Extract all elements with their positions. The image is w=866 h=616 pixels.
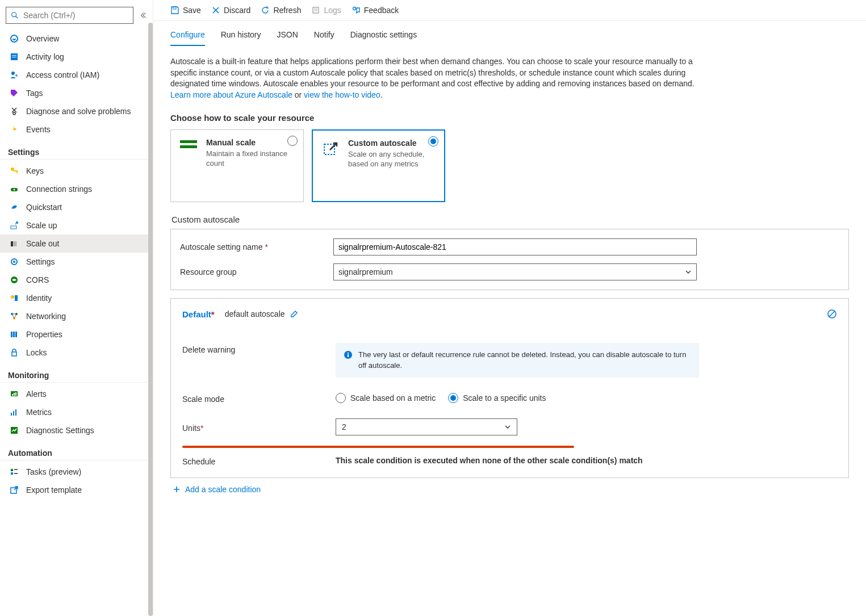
default-badge: Default* [182, 309, 215, 319]
sidebar-item-label: Settings [26, 257, 55, 266]
svg-rect-46 [180, 140, 197, 143]
svg-rect-36 [15, 409, 16, 416]
sidebar-item-overview[interactable]: Overview [0, 30, 153, 48]
svg-rect-31 [12, 394, 13, 396]
main-content: Save Discard Refresh Logs Feedback Confi… [153, 0, 866, 616]
autoscale-name-label: Autoscale setting name * [180, 242, 322, 252]
autoscale-name-input[interactable] [333, 238, 697, 255]
sidebar-item-label: Locks [26, 348, 47, 357]
radio-scale-metric[interactable]: Scale based on a metric [336, 393, 436, 403]
svg-point-0 [12, 12, 16, 17]
sidebar-item-scaleout[interactable]: Scale out [0, 234, 153, 253]
sidebar-item-label: Export template [26, 485, 82, 495]
sidebar-item-label: Access control (IAM) [26, 70, 99, 79]
svg-rect-40 [14, 469, 18, 470]
howto-video-link[interactable]: view the how-to video [304, 90, 380, 99]
sidebar-item-alerts[interactable]: Alerts [0, 385, 153, 403]
svg-rect-11 [16, 171, 18, 173]
tab-run-history[interactable]: Run history [221, 27, 261, 46]
scrollbar[interactable] [148, 23, 153, 616]
save-button[interactable]: Save [170, 6, 201, 15]
refresh-button[interactable]: Refresh [261, 6, 301, 15]
monitoring-header: Monitoring [0, 362, 153, 383]
schedule-text: This scale condition is executed when no… [336, 456, 643, 465]
sidebar-item-export[interactable]: Export template [0, 481, 153, 499]
search-input[interactable] [23, 11, 129, 20]
scaleup-icon [9, 220, 19, 231]
search-box[interactable] [6, 7, 133, 24]
keys-icon [9, 166, 19, 176]
collapse-icon[interactable] [139, 11, 147, 19]
quickstart-icon [9, 202, 19, 212]
svg-point-45 [353, 7, 355, 10]
radio-manual[interactable] [287, 136, 298, 146]
tab-diagnostic[interactable]: Diagnostic settings [350, 27, 417, 46]
feedback-button[interactable]: Feedback [352, 6, 399, 15]
events-icon [9, 124, 19, 135]
sidebar-item-events[interactable]: Events [0, 120, 153, 139]
discard-button[interactable]: Discard [211, 6, 250, 15]
metrics-icon [9, 407, 19, 417]
sidebar-item-label: Quickstart [26, 203, 62, 212]
default-scale-panel: Default* default autoscale Delete warnin… [170, 298, 849, 477]
sidebar-item-diag-settings[interactable]: Diagnostic Settings [0, 421, 153, 439]
units-value: 2 [342, 422, 346, 431]
toolbar: Save Discard Refresh Logs Feedback [153, 0, 866, 21]
svg-point-8 [13, 112, 15, 115]
sidebar-item-connstrings[interactable]: Connection strings [0, 180, 153, 198]
radio-scale-units[interactable]: Scale to a specific units [448, 393, 546, 403]
export-icon [9, 485, 19, 495]
learn-more-link[interactable]: Learn more about Azure Autoscale [170, 90, 292, 99]
sidebar-item-settings[interactable]: Settings [0, 253, 153, 271]
tab-notify[interactable]: Notify [314, 27, 334, 46]
svg-rect-17 [15, 241, 16, 246]
sidebar-item-label: Alerts [26, 389, 47, 399]
svg-line-1 [16, 16, 18, 19]
card-desc: Scale on any schedule, based on any metr… [348, 150, 436, 169]
sidebar-item-label: CORS [26, 275, 49, 284]
sidebar-item-metrics[interactable]: Metrics [0, 403, 153, 421]
custom-autoscale-icon [321, 139, 340, 158]
tab-json[interactable]: JSON [277, 27, 298, 46]
svg-rect-33 [15, 392, 16, 396]
units-select[interactable]: 2 [336, 418, 517, 435]
tab-configure[interactable]: Configure [170, 27, 205, 46]
add-scale-condition[interactable]: Add a scale condition [173, 485, 849, 494]
sidebar-item-identity[interactable]: Identity [0, 289, 153, 307]
alerts-icon [9, 389, 19, 399]
edit-icon[interactable] [290, 309, 299, 319]
svg-rect-5 [12, 57, 16, 57]
card-manual-scale[interactable]: Manual scale Maintain a fixed instance c… [170, 129, 304, 202]
sidebar-item-cors[interactable]: CORS [0, 271, 153, 289]
sidebar-item-properties[interactable]: Properties [0, 325, 153, 343]
sidebar-item-diagnose[interactable]: Diagnose and solve problems [0, 102, 153, 120]
card-title: Custom autoscale [348, 139, 436, 148]
autoscale-name-field[interactable] [338, 242, 692, 252]
svg-rect-27 [13, 332, 15, 337]
radio-custom[interactable] [428, 136, 438, 146]
sidebar-item-locks[interactable]: Locks [0, 343, 153, 362]
resource-group-select[interactable]: signalrpremium [333, 263, 697, 280]
sidebar-item-activity-log[interactable]: Activity log [0, 48, 153, 66]
svg-point-2 [11, 35, 18, 42]
settings-header: Settings [0, 139, 153, 160]
sidebar-item-label: Metrics [26, 408, 52, 417]
sidebar-item-iam[interactable]: Access control (IAM) [0, 66, 153, 84]
add-condition-label: Add a scale condition [185, 485, 261, 494]
sidebar-item-keys[interactable]: Keys [0, 162, 153, 180]
delete-warning-text: The very last or default recurrence rule… [358, 350, 691, 370]
resource-group-value: signalrpremium [338, 267, 393, 276]
delete-warning-info: The very last or default recurrence rule… [336, 343, 699, 377]
card-custom-autoscale[interactable]: Custom autoscale Scale on any schedule, … [312, 129, 445, 202]
disable-icon[interactable] [827, 309, 837, 319]
discard-label: Discard [224, 6, 250, 15]
sidebar-item-quickstart[interactable]: Quickstart [0, 198, 153, 216]
manual-scale-icon [179, 138, 198, 157]
sidebar-item-tasks[interactable]: Tasks (preview) [0, 463, 153, 481]
svg-line-50 [829, 311, 835, 317]
sidebar-item-label: Keys [26, 166, 44, 175]
identity-icon [9, 293, 19, 303]
sidebar-item-tags[interactable]: Tags [0, 84, 153, 102]
sidebar-item-networking[interactable]: Networking [0, 307, 153, 325]
sidebar-item-scaleup[interactable]: Scale up [0, 216, 153, 234]
